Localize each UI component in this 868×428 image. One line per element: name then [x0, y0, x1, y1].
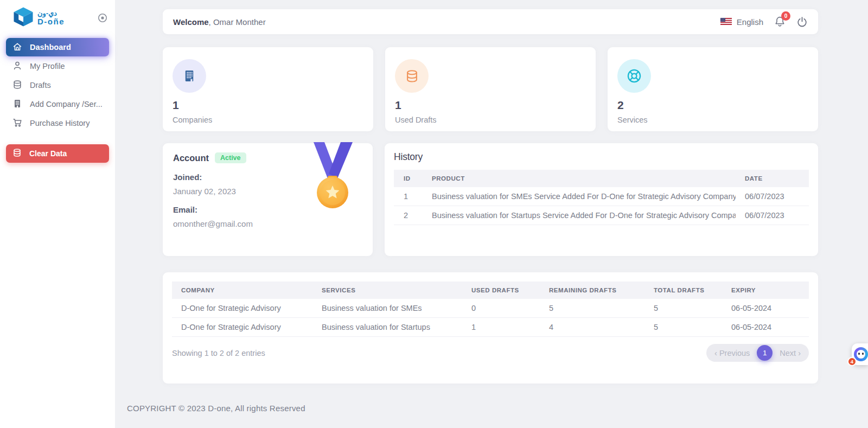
lifebuoy-icon	[617, 59, 651, 93]
subs-services: Business valuation for SMEs	[312, 299, 462, 318]
sidebar-item-label: Purchase History	[30, 119, 90, 127]
subs-used: 1	[462, 318, 540, 337]
table-row[interactable]: 1 Business valuation for SMEs Service Ad…	[394, 187, 809, 206]
clear-data-label: Clear Data	[29, 149, 67, 158]
clear-data-button[interactable]: Clear Data	[6, 144, 109, 163]
history-card: History ID PRODUCT DATE 1 Business valua…	[385, 143, 818, 256]
user-icon	[12, 61, 22, 72]
language-label: English	[737, 17, 763, 27]
main-content: Welcome, Omar Monther	[115, 0, 868, 428]
history-col-product: PRODUCT	[432, 170, 736, 187]
subscriptions-card: COMPANY SERVICES USED DRAFTS REMAINING D…	[163, 272, 818, 384]
stat-label: Services	[617, 116, 808, 124]
building-icon	[12, 99, 22, 110]
sidebar-item-label: Dashboard	[30, 43, 71, 52]
welcome-message: Welcome, Omar Monther	[173, 17, 266, 27]
sidebar-item-label: My Profile	[30, 62, 65, 71]
stat-card-used-drafts[interactable]: 1 Used Drafts	[385, 47, 596, 131]
history-id: 2	[394, 206, 432, 225]
us-flag-icon	[720, 17, 732, 27]
history-id: 1	[394, 187, 432, 206]
pagination: ‹ Previous 1 Next ›	[706, 344, 809, 362]
table-row[interactable]: D-One for Strategic Advisory Business va…	[172, 299, 809, 318]
sidebar-nav: Dashboard My Profile Drafts	[0, 34, 115, 132]
stat-card-services[interactable]: 2 Services	[608, 47, 818, 131]
subs-col-remaining: REMAINING DRAFTS	[540, 282, 644, 299]
subs-used: 0	[462, 299, 540, 318]
database-icon	[395, 59, 429, 93]
subs-total: 5	[644, 299, 722, 318]
stat-value: 1	[395, 99, 586, 112]
subs-total: 5	[644, 318, 722, 337]
sidebar-item-my-profile[interactable]: My Profile	[6, 57, 109, 75]
database-icon	[12, 80, 22, 91]
table-row[interactable]: 2 Business valuation for Startups Servic…	[394, 206, 809, 225]
subs-expiry: 06-05-2024	[722, 318, 809, 337]
history-col-date: DATE	[736, 170, 809, 187]
sidebar-item-label: Add Company /Ser...	[30, 100, 103, 108]
stat-card-companies[interactable]: 1 Companies	[163, 47, 373, 131]
sidebar-item-drafts[interactable]: Drafts	[6, 76, 109, 94]
subs-col-used: USED DRAFTS	[462, 282, 540, 299]
sidebar: دي-ون D-oñe Dashboard My	[0, 0, 115, 428]
table-row[interactable]: D-One for Strategic Advisory Business va…	[172, 318, 809, 337]
subs-company: D-One for Strategic Advisory	[172, 318, 312, 337]
stat-value: 2	[617, 99, 808, 112]
history-title: History	[394, 151, 809, 163]
notifications-button[interactable]: 0	[774, 16, 786, 28]
stat-label: Used Drafts	[395, 116, 586, 124]
subscriptions-table: COMPANY SERVICES USED DRAFTS REMAINING D…	[172, 282, 809, 337]
sidebar-item-label: Drafts	[30, 81, 51, 90]
chat-unread-badge: 4	[847, 357, 857, 366]
account-title: Account	[173, 153, 209, 163]
subs-remaining: 5	[540, 299, 644, 318]
cart-icon	[12, 118, 22, 129]
sidebar-item-dashboard[interactable]: Dashboard	[6, 38, 109, 56]
subs-remaining: 4	[540, 318, 644, 337]
sidebar-item-add-company[interactable]: Add Company /Ser...	[6, 95, 109, 113]
subs-company: D-One for Strategic Advisory	[172, 299, 312, 318]
email-value: omonther@gmail.com	[173, 219, 362, 228]
language-selector[interactable]: English	[720, 17, 763, 27]
logo-arabic-text: دي-ون	[37, 10, 65, 17]
stat-value: 1	[173, 99, 363, 112]
logo: دي-ون D-oñe	[0, 0, 115, 34]
power-icon	[796, 16, 808, 28]
history-product: Business valuation for SMEs Service Adde…	[432, 187, 736, 206]
logout-button[interactable]	[796, 16, 808, 28]
entries-summary: Showing 1 to 2 of 2 entries	[172, 349, 265, 357]
history-date: 06/07/2023	[736, 187, 809, 206]
sidebar-item-purchase-history[interactable]: Purchase History	[6, 114, 109, 132]
account-status-badge: Active	[215, 152, 246, 163]
next-page-button[interactable]: Next ›	[780, 349, 801, 357]
database-icon	[12, 148, 22, 159]
subs-col-expiry: EXPIRY	[722, 282, 809, 299]
logo-cube-icon	[12, 5, 35, 30]
topbar: Welcome, Omar Monther	[163, 9, 818, 34]
history-date: 06/07/2023	[736, 206, 809, 225]
notification-count-badge: 0	[781, 11, 790, 21]
stats-row: 1 Companies 1 Used Drafts 2 Ser	[163, 47, 818, 131]
medal-icon	[308, 142, 358, 212]
sidebar-toggle-icon[interactable]	[98, 13, 107, 23]
chat-widget-button[interactable]: 4	[852, 343, 868, 365]
logo-latin-text: D-oñe	[37, 17, 65, 26]
home-icon	[12, 42, 22, 53]
history-col-id: ID	[394, 170, 432, 187]
history-product: Business valuation for Startups Service …	[432, 206, 736, 225]
subs-col-services: SERVICES	[312, 282, 462, 299]
history-table: ID PRODUCT DATE 1 Business valuation for…	[394, 170, 809, 225]
previous-page-button[interactable]: ‹ Previous	[714, 349, 750, 357]
subs-expiry: 06-05-2024	[722, 299, 809, 318]
current-page-button[interactable]: 1	[757, 345, 773, 361]
copyright-text: COPYRIGHT © 2023 D-one, All rights Reser…	[127, 404, 305, 413]
account-card: Account Active Joined: January 02, 2023 …	[163, 143, 373, 256]
subs-col-company: COMPANY	[172, 282, 312, 299]
stat-label: Companies	[173, 116, 363, 124]
building-icon	[173, 59, 206, 93]
subs-services: Business valuation for Startups	[312, 318, 462, 337]
subs-col-total: TOTAL DRAFTS	[644, 282, 722, 299]
